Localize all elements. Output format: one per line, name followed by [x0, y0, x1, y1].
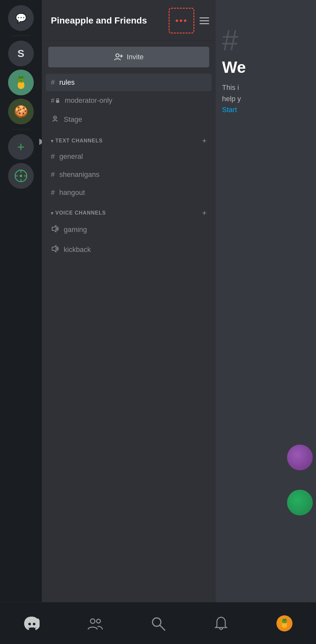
notifications-icon: [213, 615, 229, 631]
invite-icon: [114, 53, 123, 62]
sidebar-server-cookie[interactable]: 🍪: [8, 99, 34, 124]
channel-kickback-label: kickback: [64, 245, 91, 254]
bottom-profile-button[interactable]: 🍍: [276, 615, 293, 631]
voice-channels-chevron: ▾: [51, 210, 53, 216]
channel-shenanigans[interactable]: # shenanigans: [46, 166, 212, 183]
channel-kickback[interactable]: kickback: [46, 240, 212, 259]
channels-list: # rules # moderator-only: [42, 74, 216, 644]
server-s-label: S: [17, 48, 24, 60]
svg-point-1: [20, 175, 22, 177]
svg-point-15: [33, 623, 35, 625]
voice-speaker-svg: [51, 225, 59, 233]
channel-sidebar: Pineapple and Friends ••• Invite: [42, 0, 216, 644]
channel-stage-label: Stage: [64, 115, 82, 124]
start-link[interactable]: Start: [222, 106, 237, 114]
channel-rules-label: rules: [59, 78, 75, 87]
svg-point-17: [97, 619, 100, 623]
ellipsis-icon: •••: [175, 15, 188, 26]
friends-icon: [87, 615, 103, 631]
channel-general[interactable]: # general: [46, 148, 212, 165]
svg-point-14: [28, 623, 31, 625]
more-options-button[interactable]: •••: [169, 8, 194, 34]
hamburger-line-2: [200, 20, 209, 21]
chat-icon: 💬: [15, 13, 27, 24]
server-title: Pineapple and Friends: [51, 15, 147, 26]
channel-gaming[interactable]: gaming: [46, 220, 212, 239]
voice-channels-title-row: ▾ VOICE CHANNELS: [51, 210, 106, 216]
stage-icon: [51, 114, 59, 125]
channel-moderator-only[interactable]: # moderator-only: [46, 92, 212, 109]
channel-hangout[interactable]: # hangout: [46, 184, 212, 201]
lock-icon: [55, 98, 60, 103]
invite-button[interactable]: Invite: [48, 47, 209, 67]
stage-svg: [51, 114, 59, 123]
hamburger-button[interactable]: [200, 17, 209, 24]
text-channels-chevron: ▾: [51, 138, 53, 144]
cookie-emoji: 🍪: [14, 105, 28, 118]
locked-hash-icon: #: [51, 97, 60, 104]
voice-channels-section-header[interactable]: ▾ VOICE CHANNELS +: [46, 202, 212, 220]
bottom-navigation-bar: 🍍: [0, 602, 316, 644]
hash-shenanigans-icon: #: [51, 170, 55, 179]
add-icon: +: [17, 140, 24, 154]
bottom-friends-button[interactable]: [87, 615, 103, 631]
text-channels-title-row: ▾ TEXT CHANNELS: [51, 138, 103, 144]
invite-section: Invite: [42, 40, 216, 74]
channel-rules[interactable]: # rules: [46, 74, 212, 91]
sidebar-add-server[interactable]: +: [8, 134, 34, 160]
main-content: # We This i help y Start: [216, 0, 316, 644]
speaker-gaming-icon: [51, 225, 59, 235]
server-header: Pineapple and Friends •••: [42, 0, 216, 40]
discord-logo-icon: [23, 615, 40, 631]
channel-general-label: general: [59, 152, 83, 161]
sidebar-server-s[interactable]: S: [8, 41, 34, 66]
profile-avatar: 🍍: [276, 615, 293, 631]
search-icon: [150, 615, 166, 631]
header-actions: •••: [169, 8, 209, 34]
channel-shenanigans-label: shenanigans: [59, 170, 99, 179]
server-sidebar: 💬 S 🍍 🍪 +: [0, 0, 42, 644]
add-voice-channel-button[interactable]: +: [202, 208, 207, 217]
invite-label: Invite: [127, 53, 144, 61]
pineapple-emoji: 🍍: [14, 76, 28, 89]
bottom-notifications-button[interactable]: [213, 615, 229, 631]
bottom-search-button[interactable]: [150, 615, 166, 631]
hash-general-icon: #: [51, 152, 55, 161]
voice-speaker-svg-2: [51, 245, 59, 253]
text-channels-section-header[interactable]: ▾ TEXT CHANNELS +: [46, 130, 212, 148]
channel-hangout-label: hangout: [59, 188, 85, 197]
svg-marker-13: [52, 245, 56, 252]
svg-marker-12: [52, 226, 56, 232]
voice-channels-label: VOICE CHANNELS: [55, 210, 106, 216]
main-description: This i help y: [222, 82, 241, 104]
sidebar-divider-2: [11, 129, 31, 130]
text-channels-label: TEXT CHANNELS: [55, 138, 103, 144]
channel-stage[interactable]: Stage: [46, 110, 212, 129]
add-text-channel-button[interactable]: +: [202, 136, 207, 145]
channel-moderator-only-label: moderator-only: [65, 96, 112, 105]
hamburger-line-3: [200, 23, 209, 24]
avatar-green: [287, 490, 313, 515]
bottom-discord-logo[interactable]: [23, 615, 40, 631]
avatar-purple: [287, 445, 313, 470]
svg-rect-9: [56, 100, 59, 103]
main-welcome-section: # We This i help y Start: [216, 0, 316, 120]
hash-hangout-icon: #: [51, 188, 55, 197]
svg-point-11: [54, 117, 56, 118]
hash-icon: #: [51, 78, 55, 87]
channel-gaming-label: gaming: [64, 226, 87, 234]
main-welcome-title: We: [222, 58, 246, 77]
description-text-2: help y: [222, 95, 241, 103]
speaker-kickback-icon: [51, 245, 59, 255]
sidebar-discover[interactable]: [8, 163, 34, 189]
sidebar-divider: [11, 35, 31, 36]
sidebar-dm-button[interactable]: 💬: [8, 5, 34, 31]
svg-line-19: [160, 625, 165, 630]
discover-icon: [14, 169, 27, 182]
main-hash-symbol: #: [222, 26, 238, 55]
description-text-1: This i: [222, 83, 239, 91]
hamburger-line-1: [200, 17, 209, 18]
svg-point-6: [116, 54, 119, 57]
sidebar-server-pineapple[interactable]: 🍍: [8, 70, 34, 95]
svg-point-16: [90, 619, 95, 623]
